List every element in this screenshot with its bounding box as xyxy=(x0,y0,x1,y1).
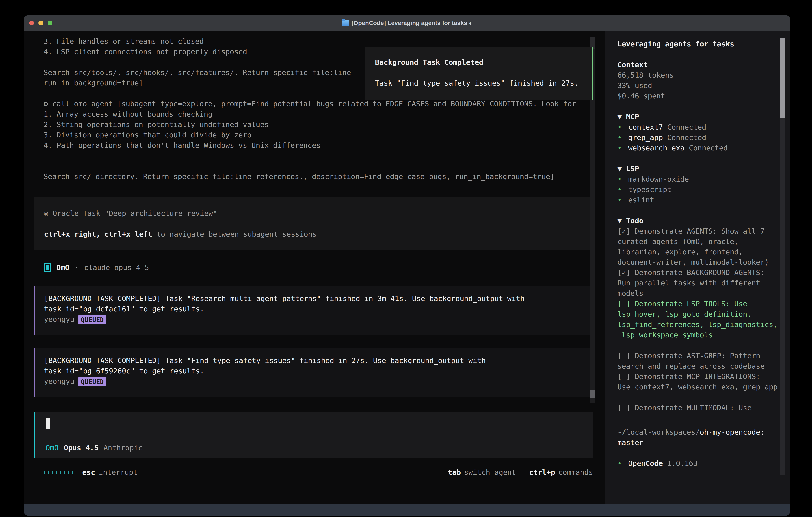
todo-item-done: [✓] Demonstrate AGENTS: Show all 7 curat… xyxy=(617,226,790,268)
chevron-down-icon: ▼ xyxy=(617,113,622,121)
task-meta-row: yeongyuQUEUED xyxy=(44,376,593,387)
todo-item-pending: [ ] Demonstrate MULTIMODAL: Use xyxy=(617,403,790,413)
session-title: Leveraging agents for tasks xyxy=(617,39,790,49)
separator-dot: · xyxy=(75,263,79,273)
close-button[interactable] xyxy=(29,21,34,25)
lsp-item: •typescript xyxy=(617,184,790,195)
zoom-button[interactable] xyxy=(48,21,52,25)
hint-key-esc: esc xyxy=(82,467,95,478)
scrollback-line: 1. Array access without bounds checking xyxy=(44,109,593,119)
lsp-item: •markdown-oxide xyxy=(617,174,790,184)
tool-call-text: call_omo_agent [subagent_type=explore, p… xyxy=(48,100,576,108)
task-message-line: [BACKGROUND TASK COMPLETED] Task "Find t… xyxy=(44,355,593,366)
oracle-task-line: ◉ Oracle Task "Deep architecture review" xyxy=(44,208,593,219)
status-dot-icon: • xyxy=(617,122,628,132)
task-author: yeongyu xyxy=(44,377,74,385)
mcp-section-header[interactable]: ▼ MCP xyxy=(617,112,790,122)
oracle-task-text: Oracle Task "Deep architecture review" xyxy=(48,209,217,217)
radio-circle-icon: ◉ xyxy=(44,209,48,217)
task-message-line: task_id="bg_6f59260c" to get results. xyxy=(44,366,593,376)
scrollback-line: 3. Division operations that could divide… xyxy=(44,130,593,140)
hint-key-tab: tab xyxy=(448,467,461,478)
active-model-label: Opus 4.5 xyxy=(64,443,98,453)
folder-icon xyxy=(342,20,349,26)
chevron-down-icon: ▼ xyxy=(617,165,622,173)
toast-title: Background Task Completed xyxy=(375,57,592,67)
todo-item-done: [✓] Demonstrate BACKGROUND AGENTS: Run p… xyxy=(617,268,790,299)
workspace-path: ~/local-workspaces/ xyxy=(617,428,700,436)
hint-key-ctrlp: ctrl+p xyxy=(529,467,555,478)
oracle-task-box: ◉ Oracle Task "Deep architecture review"… xyxy=(34,197,593,250)
sidebar-scrollbar[interactable] xyxy=(780,38,785,474)
status-dot-icon: • xyxy=(617,195,628,205)
hint-label-switch-agent: switch agent xyxy=(464,467,516,478)
todo-item-pending: [ ] Demonstrate MCP INTEGRATIONS: Use co… xyxy=(617,372,790,392)
mcp-item: •context7 Connected xyxy=(617,122,790,132)
app-version: 1.0.163 xyxy=(667,458,697,469)
agent-model: claude-opus-4-5 xyxy=(84,263,149,273)
queued-badge: QUEUED xyxy=(78,316,107,324)
status-dot-icon: • xyxy=(617,184,628,195)
active-agent-label: OmO xyxy=(46,443,59,453)
agent-square-icon xyxy=(44,263,51,272)
toast-body: Task "Find type safety issues" finished … xyxy=(375,78,592,88)
agent-header: OmO · claude-opus-4-5 xyxy=(44,263,149,273)
task-message-line: task_id="bg_dcfac161" to get results. xyxy=(44,304,593,314)
hint-bar: esc interrupt tab switch agent ctrl+p co… xyxy=(44,467,593,478)
chevron-down-icon: ▼ xyxy=(617,217,622,225)
lsp-item: •eslint xyxy=(617,195,790,205)
minimize-button[interactable] xyxy=(38,21,43,25)
scrollback-line: 2. String operations on potentially unde… xyxy=(44,119,593,130)
context-tokens: 66,518 tokens xyxy=(617,70,790,80)
scrollback-line: 3. File handles or streams not closed xyxy=(44,36,593,47)
app-name: Open xyxy=(628,458,645,469)
session-sidebar: Leveraging agents for tasks Context 66,5… xyxy=(605,31,790,504)
task-message-line: [BACKGROUND TASK COMPLETED] Task "Resear… xyxy=(44,294,593,304)
mcp-item: •websearch_exa Connected xyxy=(617,143,790,153)
window-controls xyxy=(24,21,52,25)
window-title-area: [OpenCode] Leveraging agents for tasks ◐ xyxy=(24,20,790,26)
oracle-hint-rest: to navigate between subagent sessions xyxy=(152,230,317,238)
workspace-branch: master xyxy=(617,437,790,448)
queued-badge: QUEUED xyxy=(78,377,107,386)
status-dot-icon: • xyxy=(617,143,628,153)
background-task-message: [BACKGROUND TASK COMPLETED] Task "Resear… xyxy=(34,286,593,335)
todo-item-pending: [ ] Demonstrate AST-GREP: Pattern search… xyxy=(617,351,790,372)
sidebar-scrollbar-thumb[interactable] xyxy=(780,38,785,118)
input-status-row: OmO Opus 4.5 Anthropic xyxy=(46,443,143,453)
task-author: yeongyu xyxy=(44,315,74,324)
task-meta-row: yeongyuQUEUED xyxy=(44,314,593,325)
hint-label-interrupt: interrupt xyxy=(99,467,138,478)
context-used: 33% used xyxy=(617,80,790,91)
oracle-hint-line: ctrl+x right, ctrl+x left to navigate be… xyxy=(44,229,593,239)
version-row: •OpenCode 1.0.163 xyxy=(617,458,790,469)
status-dot-icon: • xyxy=(617,458,628,469)
terminal-main-pane: 3. File handles or streams not closed 4.… xyxy=(24,31,605,504)
workspace-repo: oh-my-opencode: xyxy=(700,428,765,436)
scrollback-line: 4. Path operations that don't handle Win… xyxy=(44,140,593,151)
lsp-section-header[interactable]: ▼ LSP xyxy=(617,164,790,174)
todo-item-active: [ ] Demonstrate LSP TOOLS: Use lsp_hover… xyxy=(617,299,790,340)
gear-icon: ⚙ xyxy=(44,100,48,108)
titlebar[interactable]: [OpenCode] Leveraging agents for tasks ◐ xyxy=(24,15,790,31)
scrollback-line: Search src/ directory. Return specific f… xyxy=(44,171,593,182)
todo-section-header[interactable]: ▼ Todo xyxy=(617,216,790,226)
hint-label-commands: commands xyxy=(558,467,593,478)
workspace-info: ~/local-workspaces/oh-my-opencode: maste… xyxy=(617,427,790,448)
status-dot-icon: • xyxy=(617,174,628,184)
background-task-message: [BACKGROUND TASK COMPLETED] Task "Find t… xyxy=(34,348,593,397)
provider-label: Anthropic xyxy=(104,443,142,453)
window-title: [OpenCode] Leveraging agents for tasks ◐ xyxy=(352,20,472,26)
context-heading: Context xyxy=(617,60,790,70)
main-scrollbar-thumb[interactable] xyxy=(590,390,595,398)
oracle-hint-keys: ctrl+x right, ctrl+x left xyxy=(44,230,152,238)
mcp-item: •grep_app Connected xyxy=(617,132,790,143)
terminal-window: [OpenCode] Leveraging agents for tasks ◐… xyxy=(24,15,790,516)
activity-dots-icon xyxy=(44,471,73,474)
prompt-input[interactable]: OmO Opus 4.5 Anthropic xyxy=(34,412,593,458)
context-spent: $0.46 spent xyxy=(617,91,790,101)
background-task-toast: Background Task Completed Task "Find typ… xyxy=(365,47,593,100)
text-cursor xyxy=(46,418,50,430)
window-footer-strip xyxy=(24,504,790,516)
agent-name: OmO xyxy=(56,263,69,273)
